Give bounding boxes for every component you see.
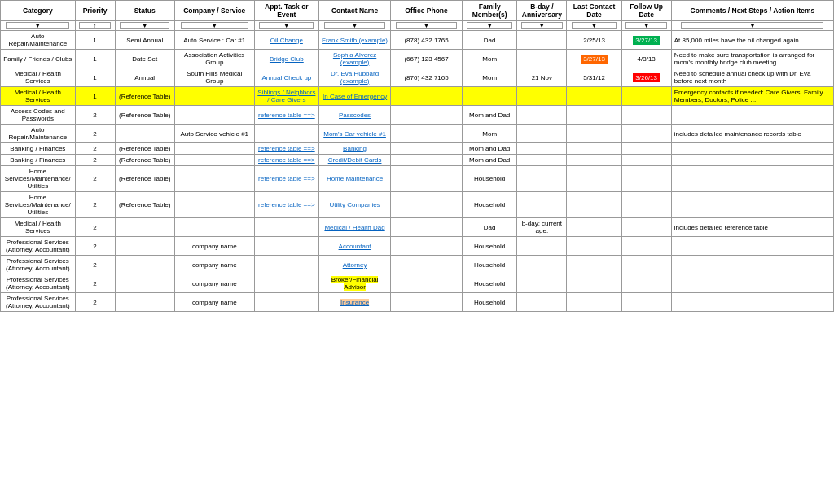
filter-category[interactable]: ▼ — [6, 22, 69, 29]
appt-link[interactable]: reference table ==> — [258, 156, 315, 164]
cell-contact[interactable]: Passcodes — [319, 106, 391, 125]
cell-contact[interactable]: Frank Smith (example) — [319, 31, 391, 50]
cell-contact[interactable]: Insurance — [319, 293, 391, 312]
cell-contact[interactable]: Home Maintenance — [319, 166, 391, 192]
cell-family: Household — [463, 192, 517, 218]
contact-link[interactable]: Banking — [343, 145, 367, 152]
cell-followup — [621, 125, 671, 143]
appt-link[interactable]: Annual Check up — [261, 74, 311, 81]
cell-bday — [517, 31, 567, 50]
cell-appt[interactable] — [254, 293, 318, 312]
cell-appt[interactable]: Bridge Club — [254, 50, 318, 68]
cell-appt[interactable]: reference table ==> — [254, 106, 318, 125]
cell-appt[interactable]: Siblings / Neighbors / Care Givers — [254, 87, 318, 106]
cell-office: (876) 432 7165 — [391, 68, 463, 87]
cell-category: Banking / Finances — [1, 155, 76, 166]
cell-appt[interactable]: Oil Change — [254, 31, 318, 50]
cell-contact[interactable]: In Case of Emergency — [319, 87, 391, 106]
appt-link[interactable]: Oil Change — [270, 37, 303, 44]
appt-link[interactable]: Siblings / Neighbors / Care Givers — [257, 89, 315, 103]
cell-appt[interactable] — [254, 237, 318, 256]
filter-appt[interactable]: ▼ — [259, 22, 314, 29]
cell-contact[interactable]: Banking — [319, 143, 391, 155]
cell-family: Household — [463, 256, 517, 274]
cell-status: (Reference Table) — [115, 192, 174, 218]
filter-company[interactable]: ▼ — [181, 22, 248, 29]
cell-lastcontact — [567, 192, 621, 218]
cell-contact[interactable]: Utility Companies — [319, 192, 391, 218]
filter-bday[interactable]: ▼ — [521, 22, 562, 29]
cell-company — [174, 166, 254, 192]
cell-priority: 2 — [75, 237, 115, 256]
appt-link[interactable]: reference table ==> — [258, 201, 315, 208]
cell-office — [391, 166, 463, 192]
cell-lastcontact — [567, 293, 621, 312]
contact-link[interactable]: Passcodes — [339, 112, 371, 119]
cell-appt[interactable] — [254, 125, 318, 143]
appt-link[interactable]: reference table ==> — [258, 112, 315, 119]
cell-appt[interactable] — [254, 256, 318, 274]
filter-lastcontact[interactable]: ▼ — [572, 22, 617, 29]
table-row: Professional Services (Attorney, Account… — [1, 237, 834, 256]
col-header-status: Status — [115, 1, 174, 21]
cell-contact[interactable]: Broker/Financial Advisor — [319, 274, 391, 293]
cell-priority: 1 — [75, 68, 115, 87]
contact-link[interactable]: Medical / Health Dad — [324, 224, 384, 231]
contact-link[interactable]: Accountant — [339, 243, 371, 250]
cell-bday — [517, 155, 567, 166]
filter-office[interactable]: ▼ — [396, 22, 457, 29]
table-row: Medical / Health Services2Medical / Heal… — [1, 218, 834, 237]
cell-appt[interactable]: reference table ==> — [254, 155, 318, 166]
cell-contact[interactable]: Credit/Debit Cards — [319, 155, 391, 166]
contact-link[interactable]: In Case of Emergency — [323, 93, 387, 100]
contact-link[interactable]: Broker/Financial Advisor — [331, 276, 379, 291]
contact-link[interactable]: Sophia Alverez (example) — [333, 51, 376, 66]
cell-bday — [517, 166, 567, 192]
filter-family[interactable]: ▼ — [467, 22, 512, 29]
cell-contact[interactable]: Accountant — [319, 237, 391, 256]
cell-status: (Reference Table) — [115, 166, 174, 192]
cell-contact[interactable]: Attorney — [319, 256, 391, 274]
cell-appt[interactable] — [254, 218, 318, 237]
filter-priority[interactable]: ↑ — [79, 22, 111, 29]
appt-link[interactable]: reference table ==> — [258, 145, 315, 152]
cell-category: Family / Friends / Clubs — [1, 50, 76, 68]
cell-contact[interactable]: Medical / Health Dad — [319, 218, 391, 237]
contact-link[interactable]: Dr. Eva Hubbard (example) — [331, 70, 379, 85]
cell-bday — [517, 143, 567, 155]
cell-priority: 2 — [75, 125, 115, 143]
filter-status[interactable]: ▼ — [120, 22, 169, 29]
cell-appt[interactable]: Annual Check up — [254, 68, 318, 87]
cell-company: company name — [174, 293, 254, 312]
cell-contact[interactable]: Mom's Car vehicle #1 — [319, 125, 391, 143]
col-header-contact: Contact Name — [319, 1, 391, 21]
appt-link[interactable]: Bridge Club — [270, 55, 304, 63]
cell-appt[interactable]: reference table ==> — [254, 166, 318, 192]
cell-appt[interactable]: reference table ==> — [254, 192, 318, 218]
cell-comments — [671, 155, 833, 166]
contact-link[interactable]: Attorney — [343, 261, 367, 269]
cell-bday — [517, 237, 567, 256]
contact-link[interactable]: Utility Companies — [329, 201, 380, 208]
cell-contact[interactable]: Dr. Eva Hubbard (example) — [319, 68, 391, 87]
cell-office — [391, 87, 463, 106]
contact-link[interactable]: Insurance — [340, 299, 369, 306]
col-header-lastcontact: Last Contact Date — [567, 1, 621, 21]
contact-link[interactable]: Credit/Debit Cards — [328, 156, 382, 164]
cell-comments — [671, 237, 833, 256]
filter-followup[interactable]: ▼ — [626, 22, 666, 29]
table-row: Auto Repair/Maintenance1Semi AnnualAuto … — [1, 31, 834, 50]
cell-lastcontact — [567, 106, 621, 125]
cell-lastcontact — [567, 237, 621, 256]
appt-link[interactable]: reference table ==> — [258, 175, 315, 182]
table-row: Access Codes and Passwords2(Reference Ta… — [1, 106, 834, 125]
cell-contact[interactable]: Sophia Alverez (example) — [319, 50, 391, 68]
filter-comments[interactable]: ▼ — [681, 22, 823, 29]
contact-link[interactable]: Mom's Car vehicle #1 — [323, 130, 386, 138]
cell-appt[interactable]: reference table ==> — [254, 143, 318, 155]
contact-link[interactable]: Frank Smith (example) — [322, 37, 388, 44]
filter-contact[interactable]: ▼ — [324, 22, 385, 29]
table-row: Auto Repair/Maintenance2Auto Service veh… — [1, 125, 834, 143]
contact-link[interactable]: Home Maintenance — [327, 175, 383, 182]
cell-appt[interactable] — [254, 274, 318, 293]
